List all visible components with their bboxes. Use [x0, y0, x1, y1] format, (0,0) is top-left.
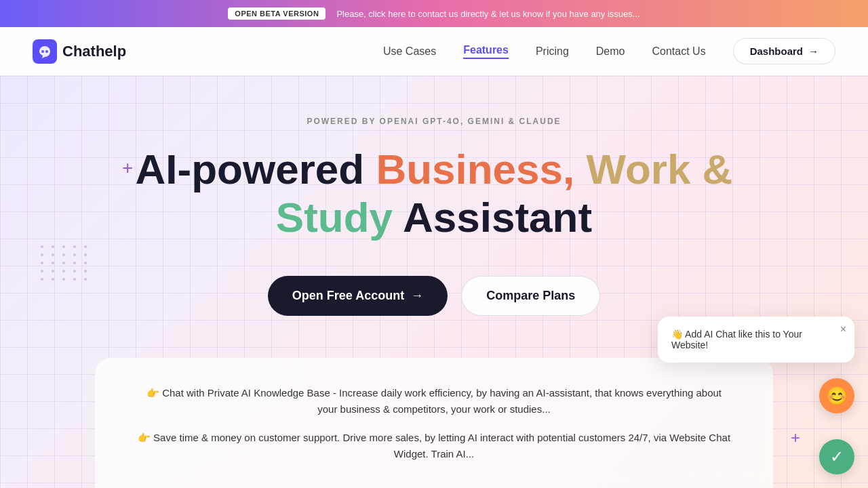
powered-by-text: POWERED BY OPENAI GPT-4O, GEMINI & CLAUD…: [307, 117, 561, 126]
svg-point-2: [45, 50, 48, 53]
chat-close-icon[interactable]: ×: [840, 323, 846, 336]
chat-bubble-icon[interactable]: 😊: [819, 378, 854, 413]
announcement-text[interactable]: Please, click here to contact us directl…: [336, 9, 639, 19]
logo-text: Chathelp: [62, 43, 126, 60]
chat-popup-text: 👋 Add AI Chat like this to Your Website!: [671, 329, 841, 350]
check-icon: ✓: [830, 447, 844, 466]
announcement-bar[interactable]: OPEN BETA VERSION Please, click here to …: [0, 0, 868, 27]
dashboard-arrow-icon: →: [808, 45, 818, 57]
hero-section: + + POWERED BY OPENAI GPT-4O, GEMINI & C…: [0, 76, 868, 488]
svg-point-1: [41, 50, 44, 53]
compare-plans-button[interactable]: Compare Plans: [461, 276, 600, 316]
logo-icon: [33, 39, 57, 64]
nav-features[interactable]: Features: [463, 44, 509, 59]
hero-title-work: Work &: [587, 146, 733, 192]
open-free-account-button[interactable]: Open Free Account →: [268, 276, 448, 316]
hero-title-business: Business,: [376, 146, 586, 192]
hero-title-study: Study: [276, 194, 393, 241]
nav-pricing[interactable]: Pricing: [536, 45, 569, 58]
chat-popup: × 👋 Add AI Chat like this to Your Websit…: [658, 317, 854, 363]
logo-area[interactable]: Chathelp: [33, 39, 126, 64]
plus-decoration-icon: +: [122, 157, 133, 179]
hero-title: AI-powered Business, Work & Study Assist…: [136, 145, 733, 242]
hero-buttons: Open Free Account → Compare Plans: [268, 276, 600, 316]
navbar: Chathelp Use Cases Features Pricing Demo…: [0, 27, 868, 76]
hero-title-part1: AI-powered: [136, 146, 376, 192]
hero-title-assistant: Assistant: [393, 194, 592, 241]
dots-decoration: [41, 245, 90, 281]
feature-item-2: 👉 Save time & money on customer support.…: [136, 430, 732, 462]
dashboard-button[interactable]: Dashboard →: [733, 38, 835, 64]
nav-links: Use Cases Features Pricing Demo Contact …: [383, 44, 706, 59]
feature-card: 👉 Chat with Private AI Knowledge Base - …: [95, 358, 773, 488]
green-check-button[interactable]: ✓: [819, 439, 854, 474]
nav-demo[interactable]: Demo: [596, 45, 625, 58]
feature-item-1: 👉 Chat with Private AI Knowledge Base - …: [136, 385, 732, 418]
beta-badge: OPEN BETA VERSION: [228, 7, 326, 20]
chat-emoji: 😊: [826, 386, 848, 407]
cta-arrow-icon: →: [411, 289, 423, 303]
nav-contact[interactable]: Contact Us: [652, 45, 706, 58]
nav-use-cases[interactable]: Use Cases: [383, 45, 436, 58]
plus-decoration-2-icon: +: [791, 428, 800, 447]
